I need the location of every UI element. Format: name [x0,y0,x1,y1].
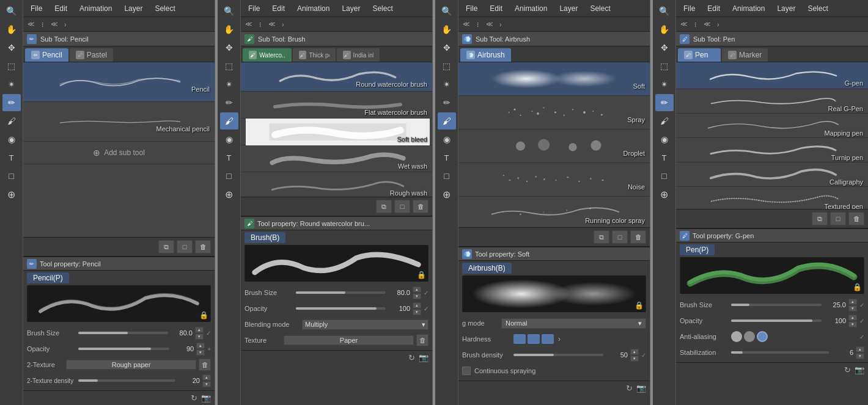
prop-slider-brushsize-p1[interactable] [78,332,168,334]
add-subtool-p1[interactable]: ⊕ Add sub tool [23,142,215,164]
icon-zoom-b[interactable]: ⊕ [220,186,238,203]
step-dn-stab-pen[interactable]: ▾ [856,353,864,359]
icon-text[interactable]: T [2,149,21,166]
hardness-expand-air[interactable]: › [556,335,562,343]
tbr-ll-b[interactable]: ≪ [267,20,278,29]
menu-edit-air[interactable]: Edit [487,3,505,14]
gmode-value-air[interactable]: Normal ▾ [501,318,646,329]
stepper-down-brushsize-p1[interactable]: ▾ [195,334,204,340]
icon-fill-b[interactable]: ◉ [220,131,238,148]
icon-search-b[interactable]: 🔍 [220,2,238,20]
trash-texture-b[interactable]: 🗑 [416,334,428,346]
action-save-pen[interactable]: □ [830,212,846,225]
brush-item-gpen[interactable]: G-pen [676,62,868,89]
toolbar-icon-arrows[interactable]: ≪ [26,20,37,29]
brush-item-noise[interactable]: Noise [458,163,650,197]
texture-value-p1[interactable]: Rough paper [66,360,196,370]
slider-density-air[interactable] [513,354,603,356]
icon-select-rect[interactable]: ⬚ [2,57,21,75]
slider-container-brushsize-b[interactable] [296,291,386,294]
tab-pastel-p1[interactable]: 🖊 Pastel [70,48,113,62]
brush-item-spray[interactable]: Spray [458,96,650,130]
step-dn-op-b[interactable]: ▾ [413,309,421,315]
prop-slider-opacity-p1[interactable] [78,348,169,350]
tab-pencil-p1[interactable]: ✏ Pencil [25,48,68,62]
tab-thickpe-b[interactable]: 🖌 Thick pe [293,48,336,62]
action-save-p1[interactable]: □ [177,240,193,254]
stepper-up-td-p1[interactable]: ▴ [202,374,211,381]
slider-container-bs-pen[interactable] [731,304,822,306]
aa-opt3-pen[interactable] [757,331,768,342]
action-copy-p1[interactable]: ⧉ [158,240,174,254]
tab-airbrush-air[interactable]: 💨 Airbrush [460,48,511,62]
icon-move-pen[interactable]: ✥ [655,39,674,56]
icon-brush-b-active[interactable]: 🖌 [220,112,238,130]
icon-select-air[interactable]: ⬚ [438,57,456,75]
slider-opacity-b[interactable] [296,307,386,310]
menu-file-b[interactable]: File [246,3,262,14]
bottom-rotate-pen[interactable]: ↻ [844,365,851,374]
slider-container-op-pen[interactable] [731,319,822,322]
tbr-arrow-b[interactable]: ≪ [243,20,254,29]
icon-pen-b[interactable]: ✏ [220,94,238,111]
icon-pen-pen-active[interactable]: ✏ [655,94,674,111]
icon-fill-air[interactable]: ◉ [438,131,456,148]
icon-move-b[interactable]: ✥ [220,39,238,56]
tab-marker-pen[interactable]: 🖊 Marker [722,48,768,62]
menu-select-air[interactable]: Select [587,3,612,14]
menu-animation-p1[interactable]: Animation [77,3,114,14]
action-trash-p1[interactable]: 🗑 [195,240,211,254]
hdot2[interactable] [528,334,540,344]
menu-select-b[interactable]: Select [370,3,395,14]
bottom-icon-rotate-p1[interactable]: ↻ [191,393,197,403]
icon-search-air[interactable]: 🔍 [438,2,456,20]
icon-magic-pen[interactable]: ✴ [655,76,674,93]
menu-animation-air[interactable]: Animation [512,3,550,14]
slider-brushsize-b[interactable] [296,291,386,294]
brush-item-mechanical[interactable]: Mechanical pencil [23,102,215,142]
icon-shape-b[interactable]: □ [220,167,238,184]
icon-magic-b[interactable]: ✴ [220,76,238,93]
menu-layer-p1[interactable]: Layer [122,3,145,14]
step-up-op-pen[interactable]: ▴ [848,315,857,321]
action-copy-pen[interactable]: ⧉ [812,212,828,225]
tab-indiaink-b[interactable]: 🖌 India ink [337,48,380,62]
step-up-stab-pen[interactable]: ▴ [856,346,864,352]
hdot1[interactable] [513,334,526,344]
icon-hand-b[interactable]: ✋ [220,21,238,38]
icon-search[interactable]: 🔍 [2,2,21,20]
step-dn-bs-b[interactable]: ▾ [413,293,421,299]
action-save-b[interactable]: □ [394,200,410,213]
icon-pen-active[interactable]: ✏ [2,94,21,111]
icon-zoom[interactable]: ⊕ [2,186,21,203]
action-trash-pen[interactable]: 🗑 [848,212,864,225]
menu-layer-pen[interactable]: Layer [774,3,798,14]
icon-brush[interactable]: 🖌 [2,112,21,130]
icon-select-b[interactable]: ⬚ [220,57,238,75]
step-up-bs-b[interactable]: ▴ [413,286,421,293]
icon-brush-air-active[interactable]: 🖌 [438,112,456,130]
bottom-camera-pen[interactable]: 📷 [855,365,864,374]
tab-waterco-b[interactable]: 🖌 Waterco... [243,48,292,62]
slider-opacity-p1[interactable] [78,348,169,350]
texture-value-b[interactable]: Paper [284,335,414,345]
slider-container-stab-pen[interactable] [731,351,829,354]
action-save-air[interactable]: □ [612,230,628,244]
brush-item-ww[interactable]: Wet wash [241,145,432,172]
menu-edit-p1[interactable]: Edit [52,3,70,14]
checkbox-spraying[interactable] [462,367,471,375]
trash-texture-p1[interactable]: 🗑 [199,359,211,371]
tbr-arrow-pen[interactable]: ≪ [679,20,690,29]
step-dn-dens-air[interactable]: ▾ [630,356,639,362]
toolbar-icon-ll[interactable]: ≪ [49,20,60,29]
tbr-arrow-air[interactable]: ≪ [461,20,472,29]
icon-select-pen[interactable]: ⬚ [655,57,674,75]
brush-item-rwb[interactable]: Round watercolor brush [241,62,432,92]
step-up-dens-air[interactable]: ▴ [630,349,639,355]
icon-zoom-pen[interactable]: ⊕ [655,186,674,203]
icon-move[interactable]: ✥ [2,39,21,56]
step-up-bs-pen[interactable]: ▴ [848,299,857,305]
menu-edit-b[interactable]: Edit [270,3,287,14]
menu-animation-pen[interactable]: Animation [730,3,767,14]
step-up-op-b[interactable]: ▴ [413,302,421,308]
